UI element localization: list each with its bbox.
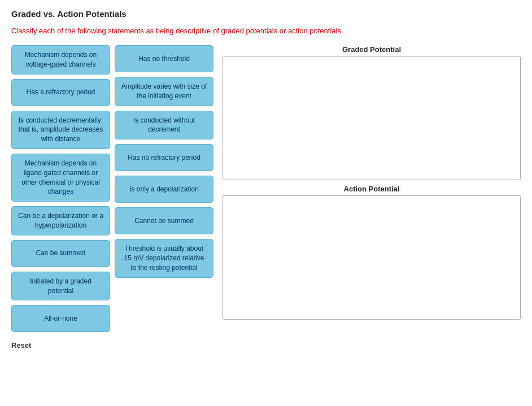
page-title: Graded vs. Action Potentials bbox=[11, 9, 521, 19]
action-zone-label: Action Potential bbox=[223, 185, 521, 193]
right-item-0[interactable]: Has no threshold bbox=[115, 45, 213, 72]
right-item-2[interactable]: Is conducted without decrement bbox=[115, 111, 213, 140]
right-item-5[interactable]: Cannot be summed bbox=[115, 207, 213, 234]
graded-zone-section: Graded Potential bbox=[223, 45, 521, 180]
left-item-1[interactable]: Has a refractory period bbox=[11, 79, 110, 106]
right-item-3[interactable]: Has no refractory period bbox=[115, 144, 213, 171]
left-item-7[interactable]: All-or-none bbox=[11, 305, 110, 332]
left-item-5[interactable]: Can be summed bbox=[11, 240, 110, 267]
left-item-6[interactable]: Initiated by a graded potential bbox=[11, 272, 110, 301]
right-item-1[interactable]: Amplitude varies with size of the initia… bbox=[115, 77, 213, 106]
main-layout: Mechanism depends on voltage-gated chann… bbox=[11, 45, 521, 332]
graded-zone-label: Graded Potential bbox=[223, 45, 521, 54]
right-item-6[interactable]: Threshold is usually about 15 mV depolar… bbox=[115, 239, 213, 277]
left-item-0[interactable]: Mechanism depends on voltage-gated chann… bbox=[11, 45, 110, 75]
right-item-4[interactable]: Is only a depolarization bbox=[115, 176, 213, 203]
left-column: Mechanism depends on voltage-gated chann… bbox=[11, 45, 110, 332]
left-item-3[interactable]: Mechanism depends on ligand-gated channe… bbox=[11, 154, 110, 202]
graded-drop-zone[interactable] bbox=[223, 56, 521, 180]
items-columns: Mechanism depends on voltage-gated chann… bbox=[11, 45, 213, 332]
action-zone-section: Action Potential bbox=[223, 185, 521, 320]
reset-button[interactable]: Reset bbox=[11, 341, 31, 350]
right-column: Has no thresholdAmplitude varies with si… bbox=[115, 45, 213, 332]
drop-zones: Graded Potential Action Potential bbox=[223, 45, 521, 324]
left-item-2[interactable]: Is conducted decrementally; that is, amp… bbox=[11, 111, 110, 149]
action-drop-zone[interactable] bbox=[223, 195, 521, 320]
left-item-4[interactable]: Can be a depolarization or a hyperpolari… bbox=[11, 206, 110, 235]
instructions-text: Classify each of the following statement… bbox=[11, 27, 521, 35]
